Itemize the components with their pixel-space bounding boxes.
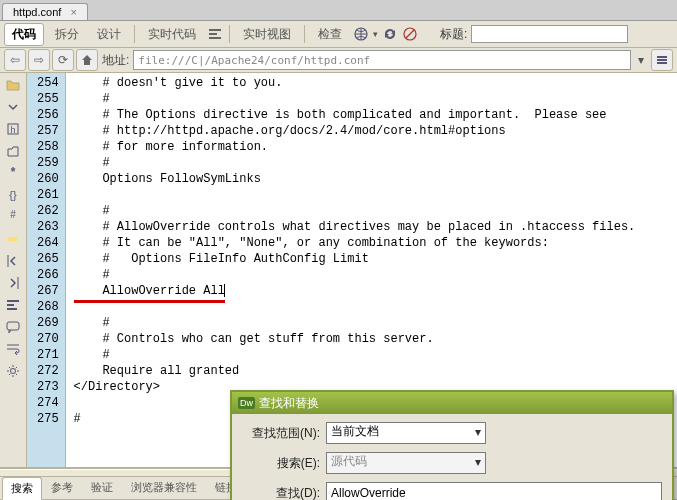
code-view-button[interactable]: 代码	[4, 23, 44, 46]
cancel-icon[interactable]	[402, 26, 418, 42]
code-line[interactable]: # The Options directive is both complica…	[74, 107, 636, 123]
separator	[134, 25, 135, 43]
line-number: 257	[37, 123, 59, 139]
search-type-label: 搜索(E):	[242, 455, 320, 472]
svg-rect-12	[8, 237, 18, 241]
dialog-titlebar[interactable]: Dw 查找和替换	[232, 392, 672, 414]
options-button[interactable]	[651, 49, 673, 71]
line-number: 254	[37, 75, 59, 91]
open-file-icon[interactable]	[5, 77, 21, 93]
line-number: 256	[37, 107, 59, 123]
svg-point-19	[11, 369, 16, 374]
code-line[interactable]: #	[74, 347, 636, 363]
split-view-button[interactable]: 拆分	[48, 24, 86, 45]
document-tab-strip: httpd.conf ×	[0, 0, 677, 21]
select-parent-icon[interactable]	[5, 143, 21, 159]
line-number-icon[interactable]: #	[5, 209, 21, 225]
search-type-dropdown[interactable]: 源代码	[326, 452, 486, 474]
wrap-icon[interactable]	[5, 341, 21, 357]
code-line[interactable]: # Controls who can get stuff from this s…	[74, 331, 636, 347]
settings-icon[interactable]	[5, 363, 21, 379]
code-line[interactable]: #	[74, 267, 636, 283]
file-tab-name: httpd.conf	[13, 6, 61, 18]
code-line[interactable]: # AllowOverride controls what directives…	[74, 219, 636, 235]
close-icon[interactable]: ×	[70, 6, 76, 18]
code-line[interactable]: # It can be "All", "None", or any combin…	[74, 235, 636, 251]
refresh-button[interactable]: ⟳	[52, 49, 74, 71]
highlight-icon[interactable]	[5, 231, 21, 247]
svg-text:{}: {}	[9, 189, 17, 201]
code-line[interactable]: #	[74, 155, 636, 171]
title-label: 标题:	[440, 26, 467, 43]
code-line[interactable]: Options FollowSymLinks	[74, 171, 636, 187]
separator	[304, 25, 305, 43]
scope-value: 当前文档	[331, 424, 379, 438]
line-number: 271	[37, 347, 59, 363]
line-number: 267	[37, 283, 59, 299]
svg-rect-17	[7, 308, 17, 310]
tab-reference[interactable]: 参考	[42, 476, 82, 499]
svg-line-5	[406, 30, 414, 38]
code-line[interactable]: # for more information.	[74, 139, 636, 155]
code-line[interactable]: #	[74, 315, 636, 331]
find-input[interactable]	[326, 482, 662, 500]
dropdown-icon[interactable]: ▾	[373, 29, 378, 39]
tab-browser-compat[interactable]: 浏览器兼容性	[122, 476, 206, 499]
format-code-icon[interactable]	[5, 297, 21, 313]
tab-search[interactable]: 搜索	[2, 477, 42, 500]
address-label: 地址:	[102, 52, 129, 69]
code-line[interactable]: # doesn't give it to you.	[74, 75, 636, 91]
code-line[interactable]: # http://httpd.apache.org/docs/2.4/mod/c…	[74, 123, 636, 139]
svg-rect-1	[209, 33, 217, 35]
address-bar: ⇦ ⇨ ⟳ 地址: ▾	[0, 48, 677, 73]
line-number: 262	[37, 203, 59, 219]
hint-icon[interactable]: h	[5, 121, 21, 137]
find-replace-dialog[interactable]: Dw 查找和替换 查找范围(N): 当前文档 搜索(E): 源代码 查找(D):	[230, 390, 674, 500]
asterisk-icon[interactable]: *	[5, 165, 21, 181]
balance-icon[interactable]: {}	[5, 187, 21, 203]
svg-rect-2	[209, 37, 221, 39]
svg-rect-0	[209, 29, 221, 31]
home-button[interactable]	[76, 49, 98, 71]
file-tab[interactable]: httpd.conf ×	[2, 3, 88, 20]
dialog-body: 查找范围(N): 当前文档 搜索(E): 源代码 查找(D):	[232, 414, 672, 500]
code-line[interactable]: #	[74, 203, 636, 219]
comment-icon[interactable]	[5, 319, 21, 335]
design-view-button[interactable]: 设计	[90, 24, 128, 45]
line-number: 263	[37, 219, 59, 235]
search-type-value: 源代码	[331, 454, 367, 468]
code-line[interactable]: AllowOverride All	[74, 283, 636, 299]
sync-icon[interactable]	[382, 26, 398, 42]
view-toolbar: 代码 拆分 设计 实时代码 实时视图 检查 ▾ 标题:	[0, 21, 677, 48]
indent-right-icon[interactable]	[5, 275, 21, 291]
line-number: 274	[37, 395, 59, 411]
code-line[interactable]: #	[74, 91, 636, 107]
back-button[interactable]: ⇦	[4, 49, 26, 71]
svg-rect-8	[657, 62, 667, 64]
line-number-gutter: 2542552562572582592602612622632642652662…	[27, 73, 66, 467]
forward-button[interactable]: ⇨	[28, 49, 50, 71]
code-line[interactable]: Require all granted	[74, 363, 636, 379]
line-number: 261	[37, 187, 59, 203]
line-number: 255	[37, 91, 59, 107]
globe-icon[interactable]	[353, 26, 369, 42]
line-number: 264	[37, 235, 59, 251]
line-number: 260	[37, 171, 59, 187]
title-input[interactable]	[471, 25, 628, 43]
code-line[interactable]	[74, 187, 636, 203]
scope-dropdown[interactable]: 当前文档	[326, 422, 486, 444]
line-number: 275	[37, 411, 59, 427]
indent-left-icon[interactable]	[5, 253, 21, 269]
line-number: 259	[37, 155, 59, 171]
address-input[interactable]	[133, 50, 631, 70]
svg-rect-6	[657, 56, 667, 58]
live-view-button[interactable]: 实时视图	[236, 24, 298, 45]
tab-validate[interactable]: 验证	[82, 476, 122, 499]
address-dropdown-icon[interactable]: ▾	[633, 53, 649, 67]
collapse-icon[interactable]	[5, 99, 21, 115]
live-code-button[interactable]: 实时代码	[141, 24, 203, 45]
code-line[interactable]: # Options FileInfo AuthConfig Limit	[74, 251, 636, 267]
inspect-button[interactable]: 检查	[311, 24, 349, 45]
format-icon[interactable]	[207, 26, 223, 42]
scope-label: 查找范围(N):	[242, 425, 320, 442]
